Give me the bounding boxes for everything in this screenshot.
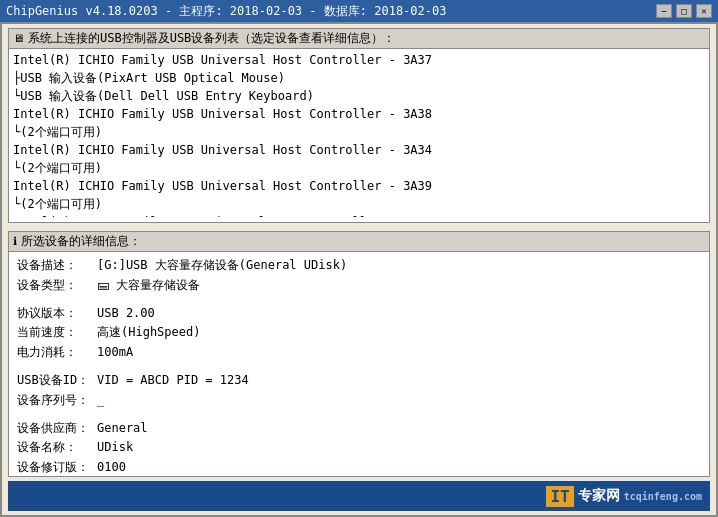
bottom-bar: IT 专家网 tcqinfeng.com — [8, 481, 710, 511]
device-list-header-label: 系统上连接的USB控制器及USB设备列表（选定设备查看详细信息）： — [28, 30, 395, 47]
detail-row: 设备类型：🖴 大容量存储设备 — [17, 276, 701, 296]
title-bar: ChipGenius v4.18.0203 - 主程序: 2018-02-03 … — [0, 0, 718, 22]
logo: IT 专家网 tcqinfeng.com — [546, 486, 702, 507]
list-item[interactable]: └(2个端口可用) — [13, 195, 705, 213]
details-header-label: 所选设备的详细信息： — [21, 233, 141, 250]
list-item[interactable]: Intel(R) ICHIO Family USB Universal Host… — [13, 105, 705, 123]
usb-icon: 🖥 — [13, 32, 24, 45]
detail-label: 设备供应商： — [17, 419, 97, 439]
detail-value: UDisk — [97, 438, 133, 458]
detail-row: 当前速度：高速(HighSpeed) — [17, 323, 701, 343]
close-button[interactable]: ✕ — [696, 4, 712, 18]
device-list-header: 🖥 系统上连接的USB控制器及USB设备列表（选定设备查看详细信息）： — [9, 29, 709, 49]
list-item[interactable]: └USB 输入设备(Dell Dell USB Entry Keyboard) — [13, 87, 705, 105]
detail-value: [G:]USB 大容量存储设备(General UDisk) — [97, 256, 347, 276]
device-list-content[interactable]: Intel(R) ICHIO Family USB Universal Host… — [9, 49, 709, 217]
empty-row — [17, 411, 701, 419]
detail-label: USB设备ID： — [17, 371, 97, 391]
detail-row: 设备描述：[G:]USB 大容量存储设备(General UDisk) — [17, 256, 701, 276]
detail-row: 设备名称：UDisk — [17, 438, 701, 458]
detail-label: 设备名称： — [17, 438, 97, 458]
detail-row: USB设备ID：VID = ABCD PID = 1234 — [17, 371, 701, 391]
device-list-section: 🖥 系统上连接的USB控制器及USB设备列表（选定设备查看详细信息）： Inte… — [8, 28, 710, 223]
list-item[interactable]: └(2个端口可用) — [13, 123, 705, 141]
list-item[interactable]: └(2个端口可用) — [13, 159, 705, 177]
detail-value: VID = ABCD PID = 1234 — [97, 371, 249, 391]
empty-row — [17, 363, 701, 371]
logo-it: IT — [546, 486, 573, 507]
maximize-button[interactable]: □ — [676, 4, 692, 18]
detail-label: 设备修订版： — [17, 458, 97, 474]
list-item[interactable]: Intel(R) ICHIO Family USB Universal Host… — [13, 177, 705, 195]
empty-row — [17, 296, 701, 304]
list-item[interactable]: Intel(R) ICHIO Family USB Universal Host… — [13, 51, 705, 69]
minimize-button[interactable]: − — [656, 4, 672, 18]
logo-sub: tcqinfeng.com — [624, 491, 702, 502]
detail-value: 高速(HighSpeed) — [97, 323, 200, 343]
detail-value: 100mA — [97, 343, 133, 363]
details-content: 设备描述：[G:]USB 大容量存储设备(General UDisk)设备类型：… — [9, 252, 709, 474]
window-title: ChipGenius v4.18.0203 - 主程序: 2018-02-03 … — [6, 3, 446, 20]
detail-value: USB 2.00 — [97, 304, 155, 324]
list-item[interactable]: Intel(R) ICHIO Family USB Universal Host… — [13, 213, 705, 217]
details-header: ℹ 所选设备的详细信息： — [9, 232, 709, 252]
detail-value: _ — [97, 391, 104, 411]
list-item[interactable]: Intel(R) ICHIO Family USB Universal Host… — [13, 141, 705, 159]
window-controls: − □ ✕ — [656, 4, 712, 18]
details-section: ℹ 所选设备的详细信息： 设备描述：[G:]USB 大容量存储设备(Genera… — [8, 231, 710, 477]
detail-row: 协议版本：USB 2.00 — [17, 304, 701, 324]
detail-label: 设备类型： — [17, 276, 97, 296]
detail-value: 0100 — [97, 458, 126, 474]
detail-row: 设备供应商：General — [17, 419, 701, 439]
list-item[interactable]: ├USB 输入设备(PixArt USB Optical Mouse) — [13, 69, 705, 87]
detail-label: 设备序列号： — [17, 391, 97, 411]
detail-row: 电力消耗：100mA — [17, 343, 701, 363]
detail-row: 设备序列号：_ — [17, 391, 701, 411]
detail-label: 协议版本： — [17, 304, 97, 324]
main-window: 🖥 系统上连接的USB控制器及USB设备列表（选定设备查看详细信息）： Inte… — [0, 22, 718, 517]
detail-label: 当前速度： — [17, 323, 97, 343]
detail-value: 🖴 大容量存储设备 — [97, 276, 200, 296]
detail-row: 设备修订版：0100 — [17, 458, 701, 474]
detail-label: 设备描述： — [17, 256, 97, 276]
logo-brand: 专家网 — [578, 487, 620, 505]
detail-label: 电力消耗： — [17, 343, 97, 363]
detail-value: General — [97, 419, 148, 439]
info-icon: ℹ — [13, 235, 17, 248]
